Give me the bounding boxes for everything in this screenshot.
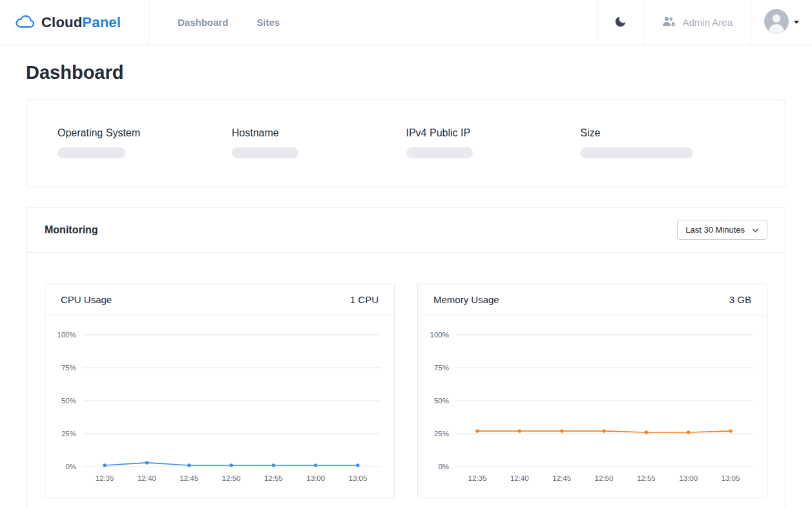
svg-text:13:05: 13:05 <box>722 474 740 482</box>
cpu-chart-body: 0%25%50%75%100%12:3512:4012:4512:5012:55… <box>45 315 394 498</box>
brand-logo[interactable]: CloudPanel <box>0 0 149 45</box>
chevron-down-icon <box>752 225 759 235</box>
skeleton-placeholder <box>406 147 473 158</box>
svg-text:12:50: 12:50 <box>222 474 241 482</box>
admin-area-label: Admin Area <box>682 17 733 28</box>
svg-text:100%: 100% <box>430 331 449 339</box>
cpu-usage-chart-card: CPU Usage 1 CPU 0%25%50%75%100%12:3512:4… <box>45 284 395 498</box>
svg-text:75%: 75% <box>61 364 76 372</box>
info-label: Hostname <box>232 127 406 139</box>
svg-text:12:40: 12:40 <box>510 474 529 482</box>
memory-chart-title: Memory Usage <box>433 294 499 305</box>
cpu-chart-title: CPU Usage <box>61 294 112 305</box>
svg-text:12:45: 12:45 <box>180 474 198 482</box>
cpu-chart-unit: 1 CPU <box>350 294 379 305</box>
page-content: Dashboard Operating System Hostname IPv4… <box>0 62 812 508</box>
monitoring-title: Monitoring <box>45 224 98 236</box>
skeleton-placeholder <box>580 147 693 158</box>
monitoring-header: Monitoring Last 30 Minutes <box>26 207 786 253</box>
svg-text:13:00: 13:00 <box>679 474 698 482</box>
memory-chart-unit: 3 GB <box>729 294 751 305</box>
svg-text:25%: 25% <box>434 430 449 438</box>
svg-text:13:05: 13:05 <box>349 474 368 482</box>
time-range-value: Last 30 Minutes <box>685 225 745 235</box>
info-label: Size <box>580 127 755 139</box>
svg-text:12:35: 12:35 <box>468 474 487 482</box>
chevron-down-icon <box>794 21 799 24</box>
moon-icon <box>614 15 627 30</box>
memory-usage-line-chart: 0%25%50%75%100%12:3512:4012:4512:5012:55… <box>422 324 758 494</box>
cpu-usage-line-chart: 0%25%50%75%100%12:3512:4012:4512:5012:55… <box>49 324 385 494</box>
svg-text:12:40: 12:40 <box>138 474 156 482</box>
dark-mode-toggle-button[interactable] <box>598 0 643 45</box>
skeleton-placeholder <box>57 147 125 158</box>
svg-text:25%: 25% <box>61 430 76 438</box>
nav-item-dashboard[interactable]: Dashboard <box>178 17 228 28</box>
svg-text:50%: 50% <box>61 397 76 405</box>
brand-name: CloudPanel <box>41 14 121 31</box>
admin-area-button[interactable]: Admin Area <box>643 0 751 45</box>
memory-chart-body: 0%25%50%75%100%12:3512:4012:4512:5012:55… <box>418 315 767 498</box>
nav-item-sites[interactable]: Sites <box>256 17 280 28</box>
top-navbar: CloudPanel Dashboard Sites <box>0 0 812 45</box>
monitoring-card: Monitoring Last 30 Minutes CPU Usage 1 C… <box>26 207 786 508</box>
user-menu-button[interactable] <box>751 0 812 45</box>
page-title: Dashboard <box>26 62 786 83</box>
svg-text:75%: 75% <box>434 364 449 372</box>
time-range-select[interactable]: Last 30 Minutes <box>677 220 767 240</box>
info-field-hostname: Hostname <box>232 127 406 158</box>
svg-text:12:50: 12:50 <box>595 474 614 482</box>
monitoring-body: CPU Usage 1 CPU 0%25%50%75%100%12:3512:4… <box>26 253 786 508</box>
cloud-icon <box>14 14 35 32</box>
svg-text:12:55: 12:55 <box>637 474 656 482</box>
info-field-size: Size <box>580 127 755 158</box>
info-label: Operating System <box>57 127 232 139</box>
info-field-ipv4-public-ip: IPv4 Public IP <box>406 127 581 158</box>
person-avatar-icon <box>764 9 789 36</box>
svg-text:13:00: 13:00 <box>306 474 325 482</box>
memory-usage-chart-card: Memory Usage 3 GB 0%25%50%75%100%12:3512… <box>417 284 767 498</box>
svg-text:100%: 100% <box>57 331 76 339</box>
users-gear-icon <box>661 16 676 29</box>
info-label: IPv4 Public IP <box>406 127 581 139</box>
svg-text:12:55: 12:55 <box>264 474 283 482</box>
cpu-chart-header: CPU Usage 1 CPU <box>45 284 394 315</box>
info-field-operating-system: Operating System <box>57 127 232 158</box>
svg-text:50%: 50% <box>434 397 449 405</box>
svg-text:0%: 0% <box>65 463 76 471</box>
skeleton-placeholder <box>232 147 298 158</box>
main-nav: Dashboard Sites <box>178 0 280 45</box>
svg-text:0%: 0% <box>438 463 449 471</box>
memory-chart-header: Memory Usage 3 GB <box>418 284 767 315</box>
navbar-right: Admin Area <box>598 0 812 45</box>
server-info-card: Operating System Hostname IPv4 Public IP… <box>26 100 786 187</box>
svg-text:12:35: 12:35 <box>96 474 114 482</box>
svg-text:12:45: 12:45 <box>552 474 571 482</box>
